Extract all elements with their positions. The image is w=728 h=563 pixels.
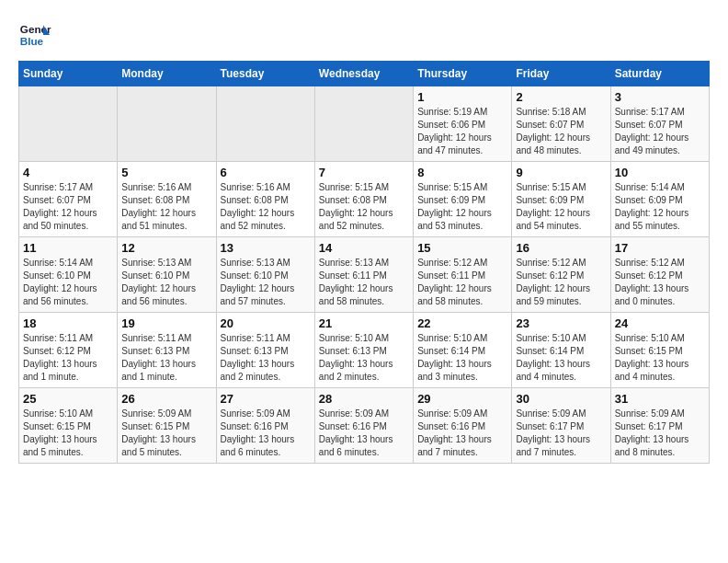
day-info: Sunrise: 5:16 AMSunset: 6:08 PMDaylight:… xyxy=(121,181,211,233)
day-cell xyxy=(216,86,314,162)
day-info: Sunrise: 5:12 AMSunset: 6:11 PMDaylight:… xyxy=(417,257,507,308)
day-info: Sunrise: 5:15 AMSunset: 6:09 PMDaylight:… xyxy=(516,181,606,233)
calendar-table: SundayMondayTuesdayWednesdayThursdayFrid… xyxy=(18,61,710,464)
day-cell: 11Sunrise: 5:14 AMSunset: 6:10 PMDayligh… xyxy=(19,237,118,313)
svg-text:Blue: Blue xyxy=(20,35,44,47)
day-cell: 9Sunrise: 5:15 AMSunset: 6:09 PMDaylight… xyxy=(512,162,610,237)
day-number: 30 xyxy=(516,392,606,406)
day-number: 21 xyxy=(319,316,409,330)
day-cell: 1Sunrise: 5:19 AMSunset: 6:06 PMDaylight… xyxy=(414,86,512,162)
week-row-3: 11Sunrise: 5:14 AMSunset: 6:10 PMDayligh… xyxy=(19,237,710,313)
day-number: 31 xyxy=(615,392,705,406)
header: General Blue xyxy=(18,18,710,52)
weekday-header-wednesday: Wednesday xyxy=(314,62,413,86)
day-info: Sunrise: 5:19 AMSunset: 6:06 PMDaylight:… xyxy=(417,106,507,157)
day-info: Sunrise: 5:11 AMSunset: 6:12 PMDaylight:… xyxy=(23,332,113,384)
day-cell: 20Sunrise: 5:11 AMSunset: 6:13 PMDayligh… xyxy=(216,313,314,388)
weekday-header-sunday: Sunday xyxy=(19,62,118,86)
day-cell: 5Sunrise: 5:16 AMSunset: 6:08 PMDaylight… xyxy=(118,162,216,237)
day-cell: 3Sunrise: 5:17 AMSunset: 6:07 PMDaylight… xyxy=(610,86,709,162)
day-number: 3 xyxy=(615,90,705,104)
day-info: Sunrise: 5:15 AMSunset: 6:09 PMDaylight:… xyxy=(417,181,507,233)
day-number: 16 xyxy=(516,241,606,255)
weekday-header-friday: Friday xyxy=(512,62,610,86)
day-cell: 28Sunrise: 5:09 AMSunset: 6:16 PMDayligh… xyxy=(314,388,413,464)
weekday-header-thursday: Thursday xyxy=(414,62,512,86)
day-number: 4 xyxy=(23,166,113,179)
day-cell: 26Sunrise: 5:09 AMSunset: 6:15 PMDayligh… xyxy=(118,388,216,464)
day-number: 19 xyxy=(121,316,211,330)
day-number: 29 xyxy=(417,392,507,406)
day-info: Sunrise: 5:09 AMSunset: 6:15 PMDaylight:… xyxy=(121,408,211,459)
week-row-4: 18Sunrise: 5:11 AMSunset: 6:12 PMDayligh… xyxy=(19,313,710,388)
day-cell: 4Sunrise: 5:17 AMSunset: 6:07 PMDaylight… xyxy=(19,162,118,237)
day-cell: 13Sunrise: 5:13 AMSunset: 6:10 PMDayligh… xyxy=(216,237,314,313)
day-number: 9 xyxy=(516,166,606,179)
day-cell: 24Sunrise: 5:10 AMSunset: 6:15 PMDayligh… xyxy=(610,313,709,388)
day-number: 2 xyxy=(516,90,606,104)
day-cell: 14Sunrise: 5:13 AMSunset: 6:11 PMDayligh… xyxy=(314,237,413,313)
day-cell: 21Sunrise: 5:10 AMSunset: 6:13 PMDayligh… xyxy=(314,313,413,388)
day-cell: 17Sunrise: 5:12 AMSunset: 6:12 PMDayligh… xyxy=(610,237,709,313)
day-number: 22 xyxy=(417,316,507,330)
day-cell: 23Sunrise: 5:10 AMSunset: 6:14 PMDayligh… xyxy=(512,313,610,388)
day-info: Sunrise: 5:17 AMSunset: 6:07 PMDaylight:… xyxy=(23,181,113,233)
day-number: 20 xyxy=(221,316,311,330)
day-info: Sunrise: 5:12 AMSunset: 6:12 PMDaylight:… xyxy=(615,257,705,308)
day-info: Sunrise: 5:13 AMSunset: 6:10 PMDaylight:… xyxy=(121,257,211,308)
day-number: 28 xyxy=(319,392,409,406)
day-number: 5 xyxy=(121,166,211,179)
day-info: Sunrise: 5:16 AMSunset: 6:08 PMDaylight:… xyxy=(221,181,311,233)
day-cell: 22Sunrise: 5:10 AMSunset: 6:14 PMDayligh… xyxy=(414,313,512,388)
day-info: Sunrise: 5:09 AMSunset: 6:17 PMDaylight:… xyxy=(615,408,705,459)
week-row-2: 4Sunrise: 5:17 AMSunset: 6:07 PMDaylight… xyxy=(19,162,710,237)
day-number: 8 xyxy=(417,166,507,179)
day-cell: 18Sunrise: 5:11 AMSunset: 6:12 PMDayligh… xyxy=(19,313,118,388)
day-number: 18 xyxy=(23,316,113,330)
day-info: Sunrise: 5:10 AMSunset: 6:14 PMDaylight:… xyxy=(417,332,507,384)
day-cell: 2Sunrise: 5:18 AMSunset: 6:07 PMDaylight… xyxy=(512,86,610,162)
week-row-5: 25Sunrise: 5:10 AMSunset: 6:15 PMDayligh… xyxy=(19,388,710,464)
day-info: Sunrise: 5:14 AMSunset: 6:09 PMDaylight:… xyxy=(615,181,705,233)
day-info: Sunrise: 5:14 AMSunset: 6:10 PMDaylight:… xyxy=(23,257,113,308)
day-number: 23 xyxy=(516,316,606,330)
weekday-header-saturday: Saturday xyxy=(610,62,709,86)
day-cell xyxy=(314,86,413,162)
day-cell: 25Sunrise: 5:10 AMSunset: 6:15 PMDayligh… xyxy=(19,388,118,464)
day-number: 15 xyxy=(417,241,507,255)
day-info: Sunrise: 5:11 AMSunset: 6:13 PMDaylight:… xyxy=(221,332,311,384)
day-number: 6 xyxy=(221,166,311,179)
day-info: Sunrise: 5:10 AMSunset: 6:15 PMDaylight:… xyxy=(23,408,113,459)
day-cell: 12Sunrise: 5:13 AMSunset: 6:10 PMDayligh… xyxy=(118,237,216,313)
weekday-header-tuesday: Tuesday xyxy=(216,62,314,86)
day-info: Sunrise: 5:10 AMSunset: 6:15 PMDaylight:… xyxy=(615,332,705,384)
day-cell xyxy=(19,86,118,162)
day-info: Sunrise: 5:13 AMSunset: 6:11 PMDaylight:… xyxy=(319,257,409,308)
day-cell: 16Sunrise: 5:12 AMSunset: 6:12 PMDayligh… xyxy=(512,237,610,313)
day-info: Sunrise: 5:18 AMSunset: 6:07 PMDaylight:… xyxy=(516,106,606,157)
day-info: Sunrise: 5:11 AMSunset: 6:13 PMDaylight:… xyxy=(121,332,211,384)
day-number: 27 xyxy=(221,392,311,406)
day-info: Sunrise: 5:15 AMSunset: 6:08 PMDaylight:… xyxy=(319,181,409,233)
day-cell: 8Sunrise: 5:15 AMSunset: 6:09 PMDaylight… xyxy=(414,162,512,237)
week-row-1: 1Sunrise: 5:19 AMSunset: 6:06 PMDaylight… xyxy=(19,86,710,162)
day-info: Sunrise: 5:13 AMSunset: 6:10 PMDaylight:… xyxy=(221,257,311,308)
logo-icon: General Blue xyxy=(18,18,51,52)
day-cell: 7Sunrise: 5:15 AMSunset: 6:08 PMDaylight… xyxy=(314,162,413,237)
day-number: 11 xyxy=(23,241,113,255)
day-number: 14 xyxy=(319,241,409,255)
day-number: 10 xyxy=(615,166,705,179)
day-info: Sunrise: 5:09 AMSunset: 6:16 PMDaylight:… xyxy=(319,408,409,459)
day-info: Sunrise: 5:10 AMSunset: 6:14 PMDaylight:… xyxy=(516,332,606,384)
day-number: 26 xyxy=(121,392,211,406)
day-info: Sunrise: 5:09 AMSunset: 6:16 PMDaylight:… xyxy=(221,408,311,459)
day-number: 1 xyxy=(417,90,507,104)
day-number: 12 xyxy=(121,241,211,255)
weekday-header-row: SundayMondayTuesdayWednesdayThursdayFrid… xyxy=(19,62,710,86)
day-cell: 6Sunrise: 5:16 AMSunset: 6:08 PMDaylight… xyxy=(216,162,314,237)
day-info: Sunrise: 5:09 AMSunset: 6:16 PMDaylight:… xyxy=(417,408,507,459)
day-number: 13 xyxy=(221,241,311,255)
day-info: Sunrise: 5:09 AMSunset: 6:17 PMDaylight:… xyxy=(516,408,606,459)
day-info: Sunrise: 5:12 AMSunset: 6:12 PMDaylight:… xyxy=(516,257,606,308)
day-info: Sunrise: 5:10 AMSunset: 6:13 PMDaylight:… xyxy=(319,332,409,384)
